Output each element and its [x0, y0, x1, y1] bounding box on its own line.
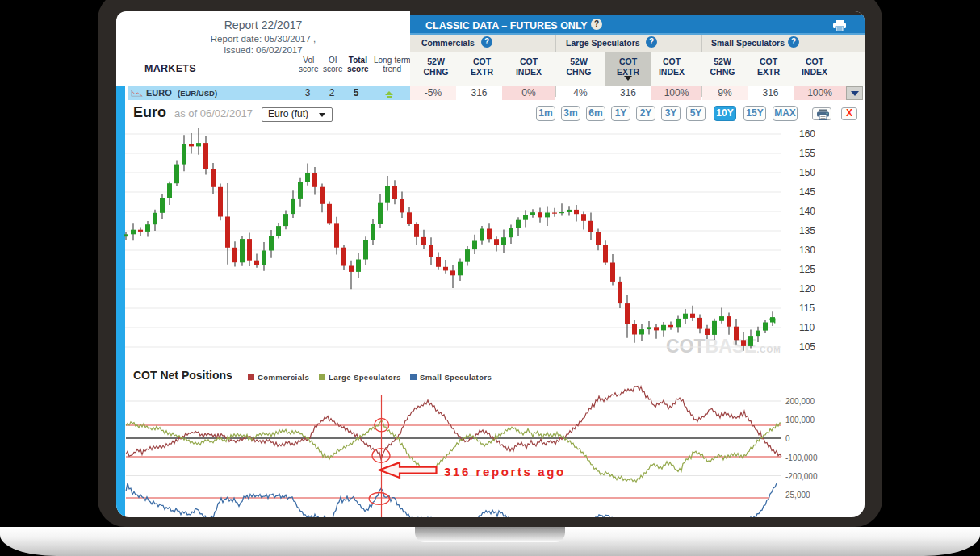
svg-text:130: 130	[799, 245, 815, 256]
svg-text:-200,000: -200,000	[785, 472, 818, 481]
svg-text:0: 0	[785, 434, 790, 443]
svg-text:120: 120	[799, 283, 815, 295]
svg-text:25,000: 25,000	[785, 491, 810, 500]
svg-text:145: 145	[799, 186, 815, 198]
svg-text:160: 160	[799, 128, 815, 140]
svg-text:140: 140	[799, 206, 815, 217]
svg-text:105: 105	[799, 341, 815, 353]
svg-text:150: 150	[799, 167, 815, 178]
svg-text:100,000: 100,000	[785, 416, 815, 424]
svg-text:125: 125	[799, 264, 815, 275]
svg-text:115: 115	[799, 303, 815, 314]
svg-text:316 reports ago: 316 reports ago	[444, 465, 566, 479]
svg-text:135: 135	[799, 225, 815, 236]
svg-text:155: 155	[799, 148, 815, 159]
svg-text:200,000: 200,000	[785, 397, 815, 406]
svg-text:-100,000: -100,000	[785, 454, 818, 462]
svg-text:110: 110	[799, 322, 815, 333]
